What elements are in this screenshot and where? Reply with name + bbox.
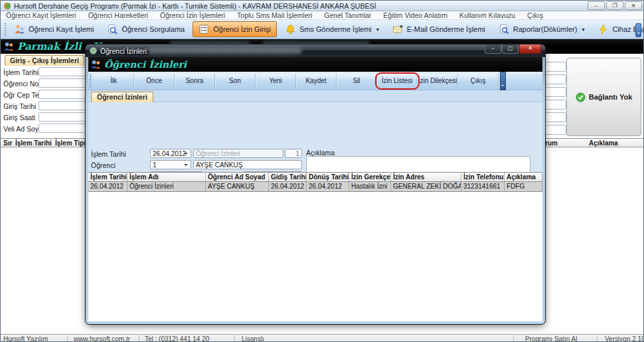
tab-giris-cikis[interactable]: Giriş - Çıkış İşlemleri xyxy=(5,55,84,66)
field-label: Giriş Saati xyxy=(3,114,35,122)
status-buy-link[interactable]: Programı Satın Al xyxy=(525,335,577,342)
grid-col[interactable]: Dönüş Tarihi xyxy=(307,173,349,182)
grid-col[interactable]: İzin Gerekçe xyxy=(349,173,391,182)
chevron-down-icon: ▾ xyxy=(582,27,584,33)
field-label: Öğrenci No xyxy=(3,80,39,88)
dialog-cikis-button[interactable]: Çıkış xyxy=(458,74,499,88)
search-field[interactable]: Öğrenci İzinleri xyxy=(193,149,283,158)
grid-cell: GENERAL ZEKİ DOĞAN MAH xyxy=(391,182,461,191)
sil-button[interactable]: Sil xyxy=(337,74,377,88)
statusbar: Hursoft Yazılım www.hursoft.com.tr Tel :… xyxy=(1,334,644,342)
permit-list-icon xyxy=(199,24,210,35)
menu-egitim-video[interactable]: Eğitim Video Anlatım xyxy=(383,11,447,19)
ogrenci-label: Öğrenci xyxy=(91,161,116,169)
grid-col[interactable]: Açıklama xyxy=(505,173,542,182)
report-icon xyxy=(499,24,510,35)
islem-tarihi-combo[interactable]: 26.04.2012 xyxy=(150,149,191,158)
grid-cell: Hastalık İzni xyxy=(349,182,391,191)
grid-cell: 26.04.2012 xyxy=(269,182,307,191)
islem-tarihi-input[interactable] xyxy=(39,67,90,76)
toolbar-label: Öğrenci Sorgulama xyxy=(121,25,185,33)
once-button[interactable]: Önce xyxy=(134,74,175,88)
ogrenci-no-input[interactable] xyxy=(39,78,90,88)
ogrenci-no-combo[interactable]: 1 xyxy=(150,160,191,169)
menu-izin-islemleri[interactable]: Öğrenci İzin İşlemleri xyxy=(160,11,225,19)
grid-col[interactable]: Gidiş Tarihi xyxy=(269,173,307,182)
sonra-button[interactable]: Sonra xyxy=(175,74,215,88)
grid-col[interactable]: İşlem Adı xyxy=(127,173,206,182)
restore-button[interactable]: ❐ xyxy=(606,1,623,10)
kaydet-button[interactable]: Kaydet xyxy=(296,74,337,88)
ogrenci-ad-field[interactable]: AYŞE CANKUŞ xyxy=(193,160,302,169)
ilk-button[interactable]: İlk xyxy=(94,74,134,88)
grid-col[interactable]: İzin Adres xyxy=(391,173,461,182)
dialog-titlebar[interactable]: Öğrenci İzinleri – ▢ ✕ xyxy=(86,44,545,57)
izin-grid-header: İşlem Tarihi İşlem Adı Öğrenci Ad Soyad … xyxy=(88,173,542,182)
main-grid-col: Açıklama xyxy=(589,139,618,147)
baglanti-yok-label: Bağlantı Yok xyxy=(589,93,633,101)
menu-ogrenci-kayit[interactable]: Öğrenci Kayıt İşlemleri xyxy=(6,11,76,19)
giris-saati-input[interactable] xyxy=(39,112,90,122)
grid-col[interactable]: Öğrenci Ad Soyad xyxy=(206,173,269,182)
toolbar-raporlar-button[interactable]: Raporlar(Dökümler) ▾ xyxy=(493,21,590,37)
status-license: Lisanslı xyxy=(242,335,264,342)
grid-col[interactable]: İzin Telefonu xyxy=(461,173,505,182)
field-label: İşlem Tarihi xyxy=(3,68,39,76)
veli-ad-soyad-input[interactable] xyxy=(39,124,90,133)
dialog-maximize-button[interactable]: ▢ xyxy=(502,44,519,54)
toolbar-email-button[interactable]: E-Mail Gönderme İşlemi xyxy=(387,21,491,37)
menu-kullanim-kilavuzu[interactable]: Kullanım Kılavuzu xyxy=(459,11,515,19)
grid-cell: 26.04.2012 xyxy=(307,182,349,191)
tab-ogrenci-izinleri[interactable]: Öğrenci İzinleri xyxy=(91,92,153,102)
menu-ogrenci-hareketleri[interactable]: Öğrenci Hareketleri xyxy=(88,11,148,19)
field-label: Öğr Cep Tel xyxy=(3,91,40,99)
toolbar-sms-button[interactable]: Sms Gönderme İşlemi ▾ xyxy=(280,21,384,37)
main-grid-col: Sır xyxy=(3,139,12,147)
status-version: Versiyon 2.10 xyxy=(605,335,644,342)
ogr-cep-tel-input[interactable] xyxy=(39,90,90,99)
student-icon xyxy=(14,24,25,35)
dialog-tabrow: Öğrenci İzinleri xyxy=(88,90,542,102)
search-doc-icon xyxy=(107,24,118,35)
dialog-minimize-button[interactable]: – xyxy=(485,44,501,54)
toolbar-grip xyxy=(5,23,6,36)
minimize-button[interactable]: – xyxy=(588,1,605,10)
grid-cell: AYŞE CANKUŞ xyxy=(206,182,269,191)
dialog-banner: Öğrenci İzinleri xyxy=(88,57,542,72)
toolbar-label: Öğrenci Kayıt İşlemi xyxy=(29,25,94,33)
menu-cikis[interactable]: Çıkış xyxy=(527,11,543,19)
status-website: www.hursoft.com.tr xyxy=(74,335,130,342)
toolbar-overflow-handle[interactable] xyxy=(500,72,506,90)
dialog-close-button[interactable]: ✕ xyxy=(519,44,541,54)
main-toolbar: Öğrenci Kayıt İşlemi Öğrenci Sorgulama Ö… xyxy=(1,20,644,39)
son-button[interactable]: Son xyxy=(215,74,256,88)
menu-genel-tanimlar[interactable]: Genel Tanımlar xyxy=(324,11,371,19)
baglanti-yok-button[interactable]: Bağlantı Yok xyxy=(566,58,641,136)
status-separator xyxy=(139,335,139,342)
menu-toplu-sms[interactable]: Toplu Sms Mail İşlemleri xyxy=(237,11,312,19)
highlight-annotation xyxy=(375,72,420,90)
izin-dilekcesi-button[interactable]: İzin Dilekçesi xyxy=(418,74,458,88)
people-icon xyxy=(3,41,15,52)
grid-col[interactable]: İşlem Tarihi xyxy=(88,173,127,182)
grid-cell: 26.04.2012 xyxy=(88,182,127,191)
application-window: Hursoft Dershane Geçiş Programı (Parmak … xyxy=(0,0,644,342)
giris-tarihi-input[interactable] xyxy=(39,101,90,110)
yeni-button[interactable]: Yeni xyxy=(256,74,296,88)
app-logo-icon xyxy=(3,2,11,10)
izin-grid: İşlem Tarihi İşlem Adı Öğrenci Ad Soyad … xyxy=(88,172,542,321)
toolbar-overflow-handle[interactable] xyxy=(635,23,641,37)
table-row[interactable]: 26.04.2012 Öğrenci İzinleri AYŞE CANKUŞ … xyxy=(88,182,542,191)
dialog-banner-title: Öğrenci İzinleri xyxy=(104,59,187,70)
window-title: Hursoft Dershane Geçiş Programı (Parmak … xyxy=(14,2,376,10)
toolbar-izin-girisi-button[interactable]: Öğrenci İzin Girişi xyxy=(193,21,277,37)
toolbar-ogrenci-kayit-button[interactable]: Öğrenci Kayıt İşlemi xyxy=(9,21,99,37)
toolbar-label: E-Mail Gönderme İşlemi xyxy=(407,25,485,33)
grid-cell: 3123141661 xyxy=(461,182,505,191)
redacted-blur xyxy=(149,48,301,54)
toolbar-ogrenci-sorgulama-button[interactable]: Öğrenci Sorgulama xyxy=(102,21,190,37)
main-titlebar: Hursoft Dershane Geçiş Programı (Parmak … xyxy=(1,1,644,11)
close-button[interactable]: ✕ xyxy=(625,1,642,10)
status-phone: Tel : (0312) 441 14 20 xyxy=(145,335,209,342)
dialog-title: Öğrenci İzinleri xyxy=(100,47,147,55)
